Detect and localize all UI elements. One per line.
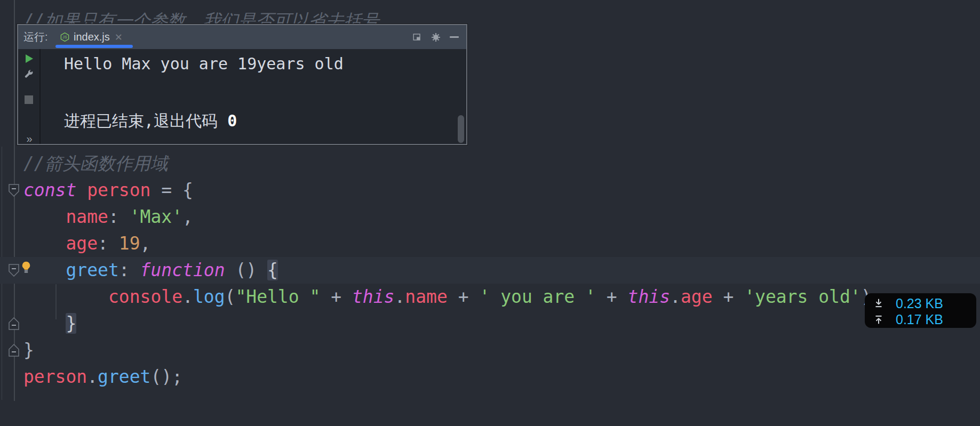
code-line[interactable]: console.log("Hello " + this.name + ' you… (23, 284, 882, 310)
fold-end-icon[interactable] (7, 343, 20, 358)
run-toolbar: » (18, 49, 41, 144)
download-speed: 0.23 KB (896, 296, 943, 311)
nodejs-icon: JS (60, 32, 70, 42)
wrench-icon (23, 69, 35, 81)
code-line[interactable]: //箭头函数作用域 (23, 150, 168, 177)
more-actions-button[interactable]: » (26, 133, 31, 145)
process-finished-text: 进程已结束,退出代码 (64, 111, 227, 130)
gear-icon[interactable] (431, 32, 441, 43)
tab-label: index.js (74, 31, 110, 43)
ide-window: //如果只有一个参数，我们是否可以省去括号//箭头函数作用域const pers… (0, 0, 980, 426)
code-line[interactable]: age: 19, (23, 230, 150, 257)
active-tab-underline (55, 45, 133, 48)
rerun-button[interactable] (22, 53, 36, 64)
indent-guide (55, 284, 57, 319)
fold-collapse-icon[interactable] (7, 263, 20, 278)
code-line[interactable]: } (23, 310, 76, 337)
play-icon (23, 53, 34, 64)
download-icon (873, 298, 884, 309)
code-line[interactable]: const person = { (23, 177, 193, 204)
fold-end-icon[interactable] (7, 316, 20, 331)
run-label: 运行: (23, 25, 48, 49)
run-tool-window: 运行: JS index.js ✕ (17, 24, 467, 145)
console-scrollbar-thumb[interactable] (458, 115, 464, 143)
run-settings-button[interactable] (22, 69, 36, 81)
fold-guide-line (14, 0, 15, 401)
code-line[interactable]: } (23, 337, 34, 364)
code-line[interactable]: greet: function () { (23, 257, 278, 284)
svg-text:JS: JS (62, 35, 67, 39)
hide-window-icon[interactable] (450, 36, 459, 38)
lightbulb-icon[interactable] (19, 260, 33, 274)
exit-code: 0 (227, 111, 237, 130)
stop-button[interactable] (22, 95, 36, 104)
stop-icon (25, 95, 33, 104)
code-line[interactable]: name: 'Max', (23, 204, 193, 230)
console-output-line: 进程已结束,退出代码 0 (64, 110, 237, 132)
float-window-icon[interactable] (412, 32, 422, 42)
close-icon[interactable]: ✕ (115, 31, 123, 43)
console-output: Hello Max you are 19years old 进程已结束,退出代码… (42, 49, 464, 144)
code-line[interactable]: person.greet(); (23, 364, 182, 390)
fold-collapse-icon[interactable] (7, 183, 20, 198)
network-speed-widget: 0.23 KB 0.17 KB (865, 293, 976, 328)
upload-speed: 0.17 KB (896, 312, 943, 327)
upload-icon (873, 314, 884, 325)
console-output-line: Hello Max you are 19years old (64, 54, 344, 73)
run-window-titlebar[interactable]: 运行: JS index.js ✕ (18, 25, 466, 49)
